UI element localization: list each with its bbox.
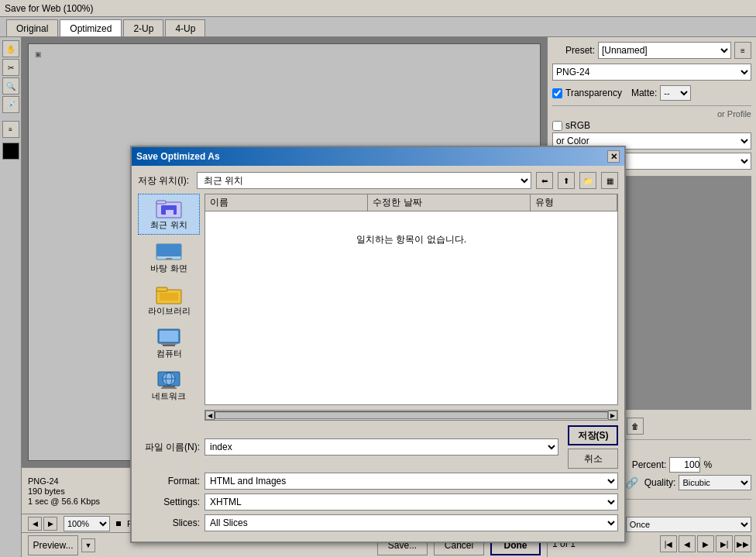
black-swatch[interactable]: [2, 143, 19, 160]
first-frame-btn[interactable]: |◀: [660, 535, 677, 552]
dialog-close-btn[interactable]: ✕: [607, 150, 620, 163]
tab-original[interactable]: Original: [6, 19, 58, 36]
sidebar-item-recent[interactable]: 최근 위치: [138, 194, 200, 235]
computer-icon: [155, 326, 183, 348]
network-icon: [155, 369, 183, 390]
file-list-header: 이름 수정한 날짜 유형: [205, 194, 617, 211]
settings-select[interactable]: XHTMLHTML: [204, 493, 618, 511]
col-date[interactable]: 수정한 날짜: [368, 194, 531, 211]
nav-view-btn[interactable]: ▦: [601, 172, 618, 189]
svg-rect-13: [161, 343, 177, 345]
slices-label: Slices:: [138, 517, 200, 528]
file-browser: 최근 위치: [138, 194, 618, 405]
toggle-slices-btn[interactable]: ≡: [2, 121, 19, 138]
dialog-title-bar: Save Optimized As ✕: [132, 147, 624, 166]
zoom-indicator: [116, 521, 121, 526]
last-frame-btn[interactable]: ▶▶: [734, 535, 751, 552]
sidebar-recent-label: 최근 위치: [150, 219, 187, 231]
format-select[interactable]: HTML and ImagesImages OnlyHTML Only: [204, 473, 618, 490]
location-select[interactable]: 최근 위치: [197, 172, 531, 189]
desktop-icon: [155, 241, 183, 263]
percent-input[interactable]: [669, 457, 700, 473]
nav-up-btn[interactable]: ⬆: [558, 172, 575, 189]
link-icon[interactable]: 🔗: [626, 475, 638, 490]
next-frame-btn[interactable]: ▶|: [716, 535, 733, 552]
filename-input[interactable]: index: [204, 438, 558, 456]
format-right-row: PNG-24: [552, 64, 751, 81]
looping-select[interactable]: Once: [626, 517, 751, 532]
sidebar-item-desktop[interactable]: 바탕 화면: [138, 238, 200, 277]
browser-select-btn[interactable]: ▼: [81, 538, 95, 552]
scroll-left-btn[interactable]: ◀: [205, 411, 215, 420]
hand-tool-btn[interactable]: ✋: [2, 40, 19, 57]
dialog-content: 저장 위치(I): 최근 위치 ⬅ ⬆ 📁 ▦: [132, 166, 624, 542]
file-speed: 1 sec @ 56.6 Kbps: [28, 497, 100, 506]
nav-back-btn[interactable]: ⬅: [536, 172, 553, 189]
col-type[interactable]: 유형: [531, 194, 617, 211]
preset-label: Preset:: [552, 45, 595, 56]
percent-label: Percent:: [632, 459, 667, 470]
scroll-track[interactable]: [215, 411, 608, 419]
eyedropper-tool-btn[interactable]: 💉: [2, 96, 19, 113]
svg-point-17: [166, 373, 172, 385]
bottom-info-left: PNG-24 190 bytes 1 sec @ 56.6 Kbps: [28, 476, 100, 506]
tab-bar: Original Optimized 2-Up 4-Up: [0, 17, 756, 37]
color-profile-label: or Profile: [552, 109, 751, 119]
col-name[interactable]: 이름: [205, 194, 368, 211]
title-bar: Save for Web (100%): [0, 0, 756, 17]
file-sidebar: 최근 위치: [138, 194, 200, 405]
zoom-tool-btn[interactable]: 🔍: [2, 77, 19, 95]
sidebar-computer-label: 컴퓨터: [156, 348, 182, 359]
svg-rect-5: [156, 244, 181, 256]
svg-rect-8: [156, 287, 167, 291]
recent-icon: [155, 198, 183, 219]
format-right-select[interactable]: PNG-24: [552, 64, 751, 81]
preview-button[interactable]: Preview...: [28, 535, 78, 555]
preset-row: Preset: [Unnamed] ≡: [552, 42, 751, 59]
sidebar-item-library[interactable]: 라이브러리: [138, 280, 200, 320]
sidebar-item-computer[interactable]: 컴퓨터: [138, 323, 200, 363]
nav-newfolder-btn[interactable]: 📁: [579, 172, 596, 189]
slices-row: Slices: All SlicesSelected Slices: [138, 514, 618, 531]
panel-btn-5[interactable]: 🗑: [627, 418, 644, 435]
file-list-area: 이름 수정한 날짜 유형 일치하는 항목이 없습니다.: [204, 194, 618, 405]
save-button[interactable]: 저장(S): [568, 425, 618, 445]
preset-select[interactable]: [Unnamed]: [598, 42, 731, 59]
tab-optimized[interactable]: Optimized: [60, 19, 122, 36]
settings-label: Settings:: [138, 497, 200, 507]
srgb-label: sRGB: [565, 120, 590, 131]
left-toolbar: ✋ ✂ 🔍 💉 ≡: [0, 37, 22, 557]
file-size: 190 bytes: [28, 487, 100, 496]
quality-select[interactable]: Bicubic: [679, 475, 751, 490]
slices-select[interactable]: All SlicesSelected Slices: [204, 514, 618, 531]
file-format: PNG-24: [28, 476, 100, 486]
sidebar-desktop-label: 바탕 화면: [150, 263, 187, 274]
tab-2up[interactable]: 2-Up: [123, 19, 163, 36]
matte-select[interactable]: --: [660, 85, 691, 101]
cancel-button[interactable]: 취소: [568, 449, 618, 469]
zoom-preview-btn2[interactable]: ▶: [43, 517, 57, 531]
tab-4up[interactable]: 4-Up: [165, 19, 205, 36]
srgb-checkbox[interactable]: [552, 121, 562, 131]
sidebar-item-network[interactable]: 네트워크: [138, 366, 200, 405]
format-row: Format: HTML and ImagesImages OnlyHTML O…: [138, 473, 618, 490]
scroll-right-btn[interactable]: ▶: [608, 411, 617, 420]
percent-sign: %: [703, 459, 712, 470]
slice-tool-btn[interactable]: ✂: [2, 59, 19, 76]
filename-label: 파일 이름(N):: [138, 441, 200, 454]
sidebar-network-label: 네트워크: [152, 390, 186, 402]
prev-frame-btn[interactable]: ◀: [679, 535, 696, 552]
location-label: 저장 위치(I):: [138, 174, 192, 187]
svg-rect-9: [160, 293, 178, 301]
zoom-select[interactable]: 100%: [64, 516, 110, 531]
preset-menu-btn[interactable]: ≡: [734, 42, 751, 59]
transparency-row: Transparency Matte: --: [552, 85, 751, 101]
matte-label: Matte:: [631, 88, 657, 98]
zoom-preview-btn[interactable]: ◀: [28, 517, 42, 531]
svg-rect-11: [160, 331, 178, 342]
transparency-checkbox[interactable]: [552, 88, 562, 98]
play-btn[interactable]: ▶: [697, 535, 714, 552]
location-row: 저장 위치(I): 최근 위치 ⬅ ⬆ 📁 ▦: [138, 172, 618, 189]
format-label: Format:: [138, 476, 200, 487]
h-scrollbar[interactable]: ◀ ▶: [204, 410, 618, 421]
